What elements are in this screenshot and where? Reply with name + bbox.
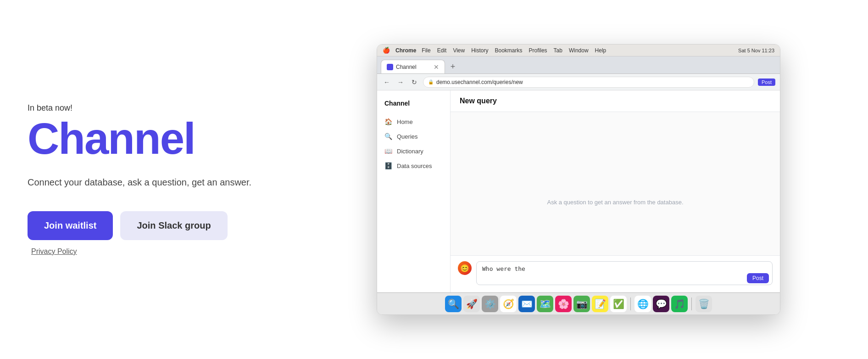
left-panel: In beta now! Channel Connect your databa… bbox=[0, 76, 298, 283]
dock-safari-icon[interactable]: 🧭 bbox=[500, 296, 517, 312]
address-bar: ← → ↻ 🔒 demo.usechannel.com/queries/new … bbox=[377, 74, 780, 90]
sidebar-label-dictionary: Dictionary bbox=[397, 148, 423, 155]
beta-label: In beta now! bbox=[28, 103, 280, 113]
url-text: demo.usechannel.com/queries/new bbox=[436, 79, 523, 85]
dock-reminders-icon[interactable]: ✅ bbox=[610, 296, 627, 312]
dictionary-icon: 📖 bbox=[384, 147, 392, 155]
sidebar-item-queries[interactable]: 🔍 Queries bbox=[377, 129, 450, 144]
address-bar-actions: Post bbox=[758, 79, 775, 86]
mac-menubar: 🍎 Chrome File Edit View History Bookmark… bbox=[377, 45, 780, 56]
history-menu[interactable]: History bbox=[471, 47, 488, 54]
dock-finder-icon[interactable]: 🔍 bbox=[445, 296, 462, 312]
sidebar: Channel 🏠 Home 🔍 Queries 📖 Dictionary 🗄️… bbox=[377, 90, 451, 292]
chrome-menu-item[interactable]: Chrome bbox=[395, 47, 416, 54]
input-area: 😊 Who were the Post bbox=[451, 255, 780, 292]
url-input[interactable]: 🔒 demo.usechannel.com/queries/new bbox=[423, 77, 754, 88]
profiles-menu[interactable]: Profiles bbox=[529, 47, 547, 54]
dock-facetime-icon[interactable]: 📷 bbox=[573, 296, 590, 312]
main-area: New query Ask a question to get an answe… bbox=[451, 90, 780, 292]
dock-preferences-icon[interactable]: ⚙️ bbox=[482, 296, 498, 312]
new-tab-button[interactable]: + bbox=[447, 61, 459, 73]
tab-menu[interactable]: Tab bbox=[554, 47, 562, 54]
app-content: Channel 🏠 Home 🔍 Queries 📖 Dictionary 🗄️… bbox=[377, 90, 780, 292]
apple-logo-icon: 🍎 bbox=[383, 47, 390, 54]
queries-icon: 🔍 bbox=[384, 133, 392, 140]
datasources-icon: 🗄️ bbox=[384, 162, 392, 169]
dock-divider bbox=[630, 297, 631, 310]
file-menu[interactable]: File bbox=[422, 47, 430, 54]
datetime-display: Sat 5 Nov 11:23 bbox=[738, 48, 774, 53]
home-icon: 🏠 bbox=[384, 118, 392, 125]
browser-window: 🍎 Chrome File Edit View History Bookmark… bbox=[377, 44, 780, 315]
join-slack-button[interactable]: Join Slack group bbox=[120, 211, 227, 240]
dock-maps-icon[interactable]: 🗺️ bbox=[537, 296, 553, 312]
query-placeholder: Ask a question to get an answer from the… bbox=[547, 199, 683, 206]
sidebar-label-home: Home bbox=[397, 118, 413, 125]
query-input[interactable]: Who were the bbox=[476, 261, 773, 285]
tab-close-button[interactable]: ✕ bbox=[434, 64, 439, 70]
reload-button[interactable]: ↻ bbox=[409, 79, 419, 86]
menubar-right: Sat 5 Nov 11:23 bbox=[738, 48, 774, 53]
dock-mail-icon[interactable]: ✉️ bbox=[518, 296, 535, 312]
menu-items: File Edit View History Bookmarks Profile… bbox=[422, 47, 606, 54]
tab-bar: Channel ✕ + bbox=[377, 56, 780, 74]
tagline: Connect your database, ask a question, g… bbox=[28, 175, 280, 189]
browser-tab[interactable]: Channel ✕ bbox=[381, 60, 445, 73]
dock-spotify-icon[interactable]: 🎵 bbox=[671, 296, 688, 312]
sidebar-item-datasources[interactable]: 🗄️ Data sources bbox=[377, 158, 450, 173]
back-button[interactable]: ← bbox=[382, 79, 392, 86]
sidebar-header: Channel bbox=[377, 96, 450, 114]
app-title: Channel bbox=[28, 117, 280, 161]
user-avatar: 😊 bbox=[458, 261, 472, 275]
dock-chrome-icon[interactable]: 🌐 bbox=[634, 296, 651, 312]
main-body: Ask a question to get an answer from the… bbox=[451, 112, 780, 292]
dock-launchpad-icon[interactable]: 🚀 bbox=[463, 296, 480, 312]
bookmarks-menu[interactable]: Bookmarks bbox=[495, 47, 523, 54]
update-button[interactable]: Post bbox=[758, 79, 775, 86]
input-box-wrapper: Who were the Post bbox=[476, 261, 773, 287]
tab-favicon-icon bbox=[387, 64, 393, 70]
dock-photos-icon[interactable]: 🌸 bbox=[555, 296, 572, 312]
dock-slack-icon[interactable]: 💬 bbox=[653, 296, 669, 312]
dock-notes-icon[interactable]: 📝 bbox=[592, 296, 608, 312]
post-button[interactable]: Post bbox=[747, 273, 769, 283]
view-menu[interactable]: View bbox=[453, 47, 465, 54]
window-menu[interactable]: Window bbox=[569, 47, 589, 54]
cta-row: Join waitlist Join Slack group Privacy P… bbox=[28, 211, 280, 256]
edit-menu[interactable]: Edit bbox=[437, 47, 447, 54]
sidebar-item-dictionary[interactable]: 📖 Dictionary bbox=[377, 144, 450, 158]
menubar-left: 🍎 Chrome File Edit View History Bookmark… bbox=[383, 47, 606, 54]
mac-dock: 🔍 🚀 ⚙️ 🧭 ✉️ 🗺️ 🌸 📷 📝 ✅ 🌐 💬 🎵 🗑️ bbox=[377, 292, 780, 314]
lock-icon: 🔒 bbox=[428, 79, 434, 84]
browser-wrapper: 🍎 Chrome File Edit View History Bookmark… bbox=[298, 35, 868, 324]
privacy-policy-link[interactable]: Privacy Policy bbox=[31, 247, 77, 256]
tab-title: Channel bbox=[396, 64, 431, 70]
sidebar-label-queries: Queries bbox=[397, 133, 418, 140]
main-header: New query bbox=[451, 90, 780, 112]
dock-divider-2 bbox=[691, 297, 692, 310]
sidebar-label-datasources: Data sources bbox=[397, 163, 432, 169]
join-waitlist-button[interactable]: Join waitlist bbox=[28, 211, 113, 240]
forward-button[interactable]: → bbox=[395, 79, 406, 86]
sidebar-item-home[interactable]: 🏠 Home bbox=[377, 114, 450, 129]
dock-trash-icon[interactable]: 🗑️ bbox=[696, 296, 712, 312]
help-menu[interactable]: Help bbox=[595, 47, 606, 54]
